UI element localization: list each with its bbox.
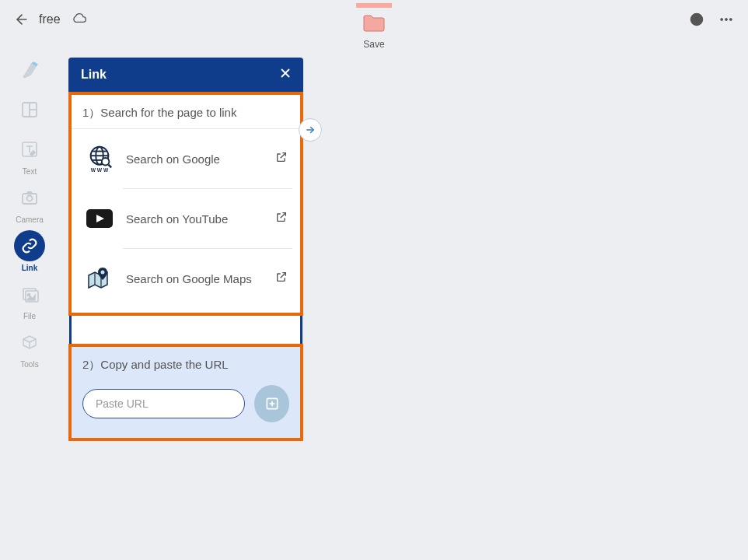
- external-link-icon: [275, 211, 288, 226]
- sidebar-item-label: Camera: [16, 215, 44, 224]
- save-highlight: [356, 3, 392, 8]
- svg-point-3: [725, 19, 728, 21]
- sidebar-item-layout[interactable]: [14, 94, 45, 128]
- more-menu-icon[interactable]: [718, 12, 734, 30]
- svg-point-13: [28, 294, 30, 296]
- sidebar-item-link[interactable]: Link: [14, 230, 45, 272]
- search-google-row[interactable]: W W W Search on Google: [79, 129, 292, 188]
- panel-section-search: 1）Search for the page to link W W W Sear…: [68, 92, 303, 316]
- marker-icon: [14, 54, 45, 86]
- sidebar-item-tools[interactable]: Tools: [14, 327, 45, 369]
- search-youtube-label: Search on YouTube: [126, 212, 275, 226]
- sidebar-item-camera[interactable]: Camera: [14, 182, 45, 224]
- url-input[interactable]: [82, 389, 245, 418]
- sidebar-item-label: Text: [23, 167, 37, 176]
- tools-icon: [14, 327, 45, 358]
- svg-point-2: [721, 19, 723, 21]
- sidebar-item-file[interactable]: File: [14, 278, 45, 320]
- text-icon: [14, 134, 45, 165]
- help-icon[interactable]: [689, 12, 704, 30]
- panel-section-url: 2）Copy and paste the URL: [68, 344, 303, 441]
- link-panel: Link 1）Search for the page to link W W W: [68, 58, 303, 441]
- sidebar-item-label: File: [23, 312, 36, 320]
- sidebar: Text Camera Link: [6, 54, 53, 369]
- top-bar: free Save: [0, 0, 748, 39]
- page-title: free: [39, 12, 61, 26]
- sidebar-item-label: Tools: [20, 360, 38, 369]
- folder-icon: [362, 12, 386, 36]
- svg-point-4: [729, 19, 732, 21]
- panel-title: Link: [81, 68, 107, 82]
- svg-line-20: [108, 165, 111, 168]
- svg-point-1: [696, 23, 697, 23]
- back-button[interactable]: [14, 12, 30, 27]
- sidebar-item-label: Link: [22, 264, 38, 272]
- save-button[interactable]: Save: [356, 3, 392, 50]
- add-url-button[interactable]: [254, 385, 289, 422]
- svg-point-25: [101, 271, 105, 275]
- file-icon: [14, 278, 45, 310]
- search-maps-row[interactable]: Search on Google Maps: [79, 249, 292, 308]
- save-label: Save: [363, 39, 384, 50]
- sidebar-item-text[interactable]: Text: [14, 134, 45, 176]
- www-globe-icon: W W W: [84, 143, 115, 174]
- svg-text:W W W: W W W: [91, 167, 109, 173]
- close-button[interactable]: [278, 66, 292, 83]
- panel-header: Link: [68, 58, 303, 92]
- search-youtube-row[interactable]: Search on YouTube: [79, 189, 292, 248]
- svg-point-10: [27, 196, 33, 201]
- external-link-icon: [275, 271, 288, 286]
- external-link-icon: [275, 151, 288, 166]
- step2-title: 2）Copy and paste the URL: [82, 358, 289, 373]
- step1-title: 1）Search for the page to link: [79, 106, 292, 121]
- link-icon: [14, 230, 45, 261]
- sidebar-item-marker[interactable]: [14, 54, 45, 88]
- cloud-sync-icon[interactable]: [72, 12, 87, 26]
- camera-icon: [14, 182, 45, 213]
- svg-point-19: [102, 158, 110, 166]
- search-maps-label: Search on Google Maps: [126, 272, 275, 285]
- search-google-label: Search on Google: [126, 152, 275, 166]
- youtube-icon: [84, 203, 115, 234]
- expand-arrow-button[interactable]: [299, 118, 322, 142]
- layout-icon: [14, 94, 45, 125]
- map-pin-icon: [84, 263, 115, 294]
